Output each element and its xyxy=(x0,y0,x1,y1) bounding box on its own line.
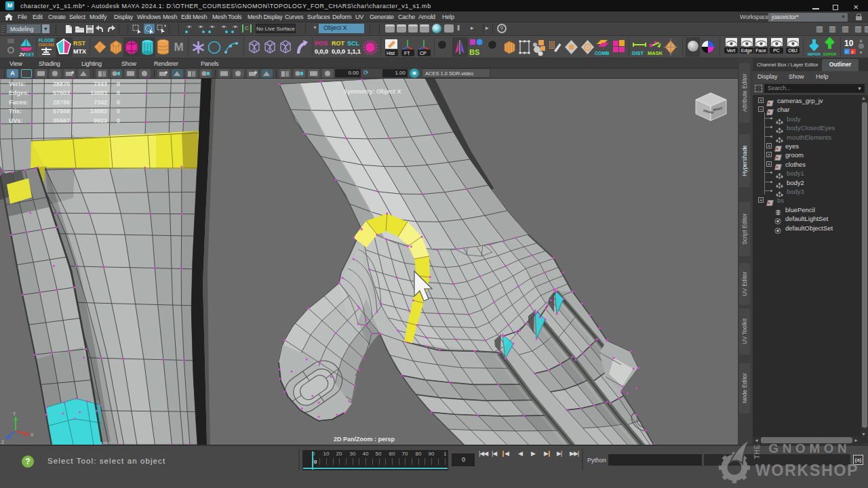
svg-text:2D Pan/Zoom : persp: 2D Pan/Zoom : persp xyxy=(334,436,395,443)
svg-text:POS: POS xyxy=(315,40,328,47)
svg-text:0: 0 xyxy=(117,108,120,115)
svg-text:1,1,1: 1,1,1 xyxy=(347,48,361,55)
svg-text:SCL: SCL xyxy=(347,40,360,47)
svg-text:28870: 28870 xyxy=(53,81,70,87)
svg-text:10: 10 xyxy=(844,39,854,48)
svg-text:14683: 14683 xyxy=(90,89,107,96)
svg-text:28786: 28786 xyxy=(53,99,70,106)
svg-text:0: 0 xyxy=(117,89,120,96)
svg-text:JV: JV xyxy=(19,52,25,57)
svg-text:MTX: MTX xyxy=(73,48,86,55)
svg-text:UVs:: UVs: xyxy=(9,117,23,124)
svg-text:BS: BS xyxy=(469,48,479,56)
svg-text:RST: RST xyxy=(73,40,86,47)
svg-text:57558: 57558 xyxy=(53,108,70,115)
svg-text:Tris:: Tris: xyxy=(9,108,22,115)
svg-text:0,0,0: 0,0,0 xyxy=(315,48,328,55)
svg-text:7342: 7342 xyxy=(94,99,107,106)
svg-text:IMPORT: IMPORT xyxy=(808,52,821,56)
svg-text:ROT: ROT xyxy=(332,40,345,47)
svg-text:FLOOR: FLOOR xyxy=(39,38,54,43)
svg-text:0,0,0: 0,0,0 xyxy=(332,48,345,55)
svg-text:7343: 7343 xyxy=(94,81,107,87)
svg-text:14682: 14682 xyxy=(90,108,107,115)
svg-text:0: 0 xyxy=(117,117,120,124)
svg-text:57603: 57603 xyxy=(53,89,70,96)
svg-text:MASK: MASK xyxy=(648,50,663,56)
svg-text:DIST: DIST xyxy=(632,50,644,56)
svg-text:Hist: Hist xyxy=(387,51,395,56)
svg-text:FT: FT xyxy=(404,51,410,56)
svg-text:Z: Z xyxy=(1,440,4,445)
svg-text:CHECKER: CHECKER xyxy=(39,43,54,47)
svg-text:COMB: COMB xyxy=(595,51,609,56)
svg-text:0: 0 xyxy=(117,99,120,106)
svg-text:X: X xyxy=(31,432,34,437)
svg-text:Edges:: Edges: xyxy=(9,89,29,96)
svg-text:÷: ÷ xyxy=(845,49,848,54)
svg-text:0: 0 xyxy=(117,81,120,87)
svg-text:SET: SET xyxy=(25,52,34,57)
svg-text:9923: 9923 xyxy=(94,117,107,124)
svg-text:x: x xyxy=(852,49,854,54)
svg-text:Y: Y xyxy=(13,411,16,416)
svg-text:Symmetry: Object X: Symmetry: Object X xyxy=(343,88,401,95)
svg-text:Verts:: Verts: xyxy=(9,81,26,87)
svg-text:35567: 35567 xyxy=(53,117,70,124)
svg-text:CP: CP xyxy=(420,51,427,56)
svg-text:Faces:: Faces: xyxy=(9,99,28,106)
svg-text:EXPORT: EXPORT xyxy=(823,52,836,56)
